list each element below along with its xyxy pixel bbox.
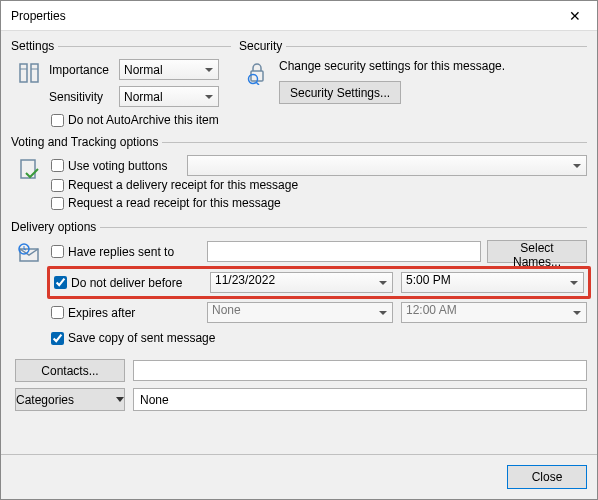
sensitivity-label: Sensitivity (49, 90, 115, 104)
autoarchive-checkbox[interactable] (51, 114, 64, 127)
importance-label: Importance (49, 63, 115, 77)
have-replies-label: Have replies sent to (68, 245, 174, 259)
settings-legend: Settings (11, 39, 58, 53)
chevron-down-icon (116, 397, 124, 402)
categories-box[interactable]: None (133, 388, 587, 411)
settings-group: Settings Importance Normal Sensitivity N… (11, 39, 231, 131)
contacts-input[interactable] (133, 360, 587, 381)
delivery-receipt-checkbox[interactable] (51, 179, 64, 192)
svg-rect-1 (31, 64, 38, 82)
close-icon[interactable]: ✕ (553, 1, 597, 31)
dialog-content: Settings Importance Normal Sensitivity N… (1, 31, 597, 454)
security-settings-button[interactable]: Security Settings... (279, 81, 401, 104)
dialog-footer: Close (1, 454, 597, 499)
expires-label: Expires after (68, 306, 135, 320)
security-text: Change security settings for this messag… (279, 59, 587, 73)
contacts-button[interactable]: Contacts... (15, 359, 125, 382)
delivery-icon (15, 240, 43, 268)
delivery-options-group: Delivery options Have replies sent to Se… (11, 220, 587, 351)
do-not-deliver-label: Do not deliver before (71, 276, 182, 290)
sensitivity-select[interactable]: Normal (119, 86, 219, 107)
read-receipt-checkbox[interactable] (51, 197, 64, 210)
titlebar: Properties ✕ (1, 1, 597, 31)
window-title: Properties (11, 9, 553, 23)
expires-checkbox[interactable] (51, 306, 64, 319)
svg-line-6 (256, 82, 259, 85)
read-receipt-label: Request a read receipt for this message (68, 196, 281, 210)
svg-rect-0 (20, 64, 27, 82)
have-replies-input[interactable] (207, 241, 481, 262)
select-names-button[interactable]: Select Names... (487, 240, 587, 263)
have-replies-checkbox[interactable] (51, 245, 64, 258)
save-copy-checkbox[interactable] (51, 332, 64, 345)
security-group: Security Change security settings for th… (239, 39, 587, 131)
security-legend: Security (239, 39, 286, 53)
dnd-date-combo[interactable]: 11/23/2022 (210, 272, 393, 293)
dnd-time-combo[interactable]: 5:00 PM (401, 272, 584, 293)
save-copy-label: Save copy of sent message (68, 331, 215, 345)
autoarchive-label: Do not AutoArchive this item (68, 113, 219, 127)
properties-dialog: Properties ✕ Settings Importance Normal … (0, 0, 598, 500)
close-button[interactable]: Close (507, 465, 587, 489)
use-voting-label: Use voting buttons (68, 159, 167, 173)
voting-buttons-combo[interactable] (187, 155, 587, 176)
use-voting-checkbox[interactable] (51, 159, 64, 172)
voting-icon (15, 155, 43, 183)
do-not-deliver-row: Do not deliver before 11/23/2022 5:00 PM (47, 266, 591, 299)
expires-time-combo[interactable]: 12:00 AM (401, 302, 587, 323)
lock-icon (243, 59, 271, 87)
voting-tracking-group: Voting and Tracking options Use voting b… (11, 135, 587, 216)
expires-date-combo[interactable]: None (207, 302, 393, 323)
delivery-legend: Delivery options (11, 220, 100, 234)
voting-legend: Voting and Tracking options (11, 135, 162, 149)
categories-button[interactable]: Categories (15, 388, 125, 411)
settings-icon (15, 59, 43, 87)
delivery-receipt-label: Request a delivery receipt for this mess… (68, 178, 298, 192)
importance-select[interactable]: Normal (119, 59, 219, 80)
do-not-deliver-checkbox[interactable] (54, 276, 67, 289)
categories-button-label: Categories (16, 393, 74, 407)
